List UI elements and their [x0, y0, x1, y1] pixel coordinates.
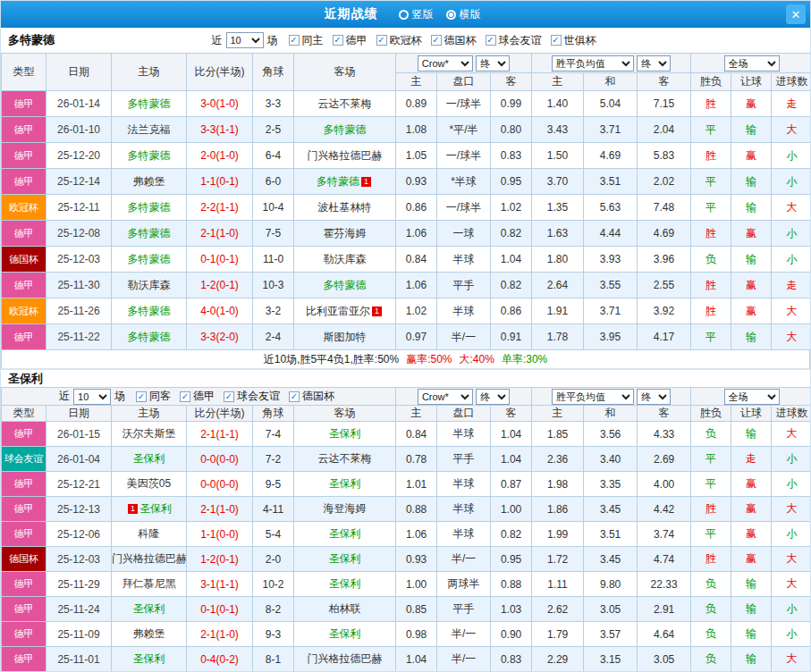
- team-link[interactable]: 云达不莱梅: [318, 452, 372, 465]
- team-link[interactable]: 多特蒙德: [128, 97, 171, 110]
- near-label: 近: [212, 33, 223, 48]
- filter-checkbox-球会友谊[interactable]: ✓球会友谊: [224, 389, 280, 404]
- filter-checkbox-同主[interactable]: ✓同主: [289, 33, 324, 48]
- filter-checkbox-德甲[interactable]: ✓德甲: [180, 389, 215, 404]
- team-link[interactable]: 圣保利: [329, 527, 361, 540]
- match-count-select-1[interactable]: 10: [226, 32, 264, 48]
- odds-time-select-1a[interactable]: 终: [476, 55, 510, 71]
- date-cell: 25-12-08: [46, 221, 112, 247]
- team-link[interactable]: 多特蒙德: [128, 253, 171, 265]
- filter-checkbox-世俱杯[interactable]: ✓世俱杯: [551, 33, 596, 48]
- eu-away-odds: 2.04: [638, 117, 691, 143]
- league-cell: 德甲: [2, 422, 46, 447]
- odds-time-select-1b[interactable]: 终: [637, 55, 671, 71]
- layout-radio-vertical[interactable]: 竖版: [399, 7, 434, 22]
- team-link[interactable]: 圣保利: [329, 552, 361, 565]
- team-link[interactable]: 弗赖堡: [133, 627, 165, 640]
- asia-away-odds: 0.82: [491, 273, 532, 298]
- team2-filters: 近 10 场 ✓同客✓德甲✓球会友谊✓德国杯: [2, 389, 395, 405]
- asia-line: *半球: [437, 169, 491, 195]
- col-eu-away-2: 客: [638, 406, 691, 422]
- team-link[interactable]: 多特蒙德: [128, 227, 171, 239]
- team-link[interactable]: 柏林联: [329, 602, 361, 615]
- team-link[interactable]: 海登海姆: [324, 502, 367, 515]
- match-row: 德甲25-12-14弗赖堡1-1(0-1)6-0多特蒙德10.93*半球0.95…: [2, 169, 811, 195]
- team-link[interactable]: 圣保利: [133, 602, 165, 615]
- bookmaker-select-2[interactable]: Crow*: [418, 389, 473, 405]
- asia-away-odds: 0.83: [491, 143, 532, 169]
- filter-checkbox-德甲[interactable]: ✓德甲: [333, 33, 367, 48]
- team-link[interactable]: 圣保利: [329, 627, 361, 640]
- team-link[interactable]: 霍芬海姆: [324, 227, 367, 239]
- eu-home-odds: 3.43: [532, 117, 584, 143]
- team-link[interactable]: 圣保利: [139, 502, 172, 515]
- league-cell: 德甲: [2, 117, 46, 143]
- eu-away-odds: 4.33: [638, 422, 691, 447]
- score-cell: 0-4(0-2): [187, 647, 253, 672]
- result-wdl: 平: [691, 472, 731, 497]
- away-team-cell: 海登海姆: [294, 497, 396, 522]
- europe-odds-select-2[interactable]: 胜平负均值: [552, 389, 634, 405]
- team2-checkbox-group: ✓同客✓德甲✓球会友谊✓德国杯: [132, 389, 338, 404]
- team-link[interactable]: 多特蒙德: [128, 149, 171, 162]
- filter-checkbox-球会友谊[interactable]: ✓球会友谊: [486, 33, 542, 48]
- team-link[interactable]: 弗赖堡: [133, 175, 165, 188]
- asia-away-odds: 1.03: [491, 597, 532, 622]
- team-link[interactable]: 勒沃库森: [324, 253, 367, 265]
- match-count-select-2[interactable]: 10: [73, 389, 111, 405]
- team-link[interactable]: 波杜基林特: [318, 201, 372, 214]
- filter-checkbox-欧冠杯[interactable]: ✓欧冠杯: [376, 33, 422, 48]
- filter-checkbox-德国杯[interactable]: ✓德国杯: [289, 389, 334, 404]
- team-link[interactable]: 科隆: [139, 527, 160, 540]
- team-link[interactable]: 法兰克福: [128, 123, 171, 136]
- team-link[interactable]: 拜仁慕尼黑: [122, 577, 176, 590]
- odds-time-select-2b[interactable]: 终: [637, 389, 671, 405]
- eu-draw-odds: 3.05: [584, 597, 638, 622]
- filter-checkbox-德国杯[interactable]: ✓德国杯: [431, 33, 477, 48]
- team-link[interactable]: 斯图加特: [324, 331, 367, 343]
- eu-home-odds: 1.72: [532, 547, 584, 572]
- bookmaker-select-1[interactable]: Crow*: [418, 55, 473, 71]
- team-link[interactable]: 多特蒙德: [128, 201, 171, 214]
- scope-select-2[interactable]: 全场: [724, 389, 780, 405]
- result-goals: 小: [772, 221, 811, 247]
- score-cell: 1-1(0-0): [187, 522, 253, 547]
- filter-checkbox-同客[interactable]: ✓同客: [136, 389, 171, 404]
- result-wdl: 负: [691, 422, 731, 447]
- result-wdl: 胜: [691, 497, 731, 522]
- close-icon[interactable]: ✕: [786, 4, 806, 24]
- team-link[interactable]: 圣保利: [133, 652, 165, 665]
- score-cell: 3-3(2-0): [187, 324, 253, 350]
- team-link[interactable]: 圣保利: [133, 452, 165, 465]
- team-link[interactable]: 沃尔夫斯堡: [122, 427, 176, 440]
- team-link[interactable]: 多特蒙德: [324, 279, 367, 291]
- league-cell: 欧冠杯: [2, 298, 46, 324]
- layout-radio-horizontal[interactable]: 横版: [446, 7, 481, 22]
- checkbox-icon: ✓: [289, 35, 300, 46]
- team-link[interactable]: 门兴格拉德巴赫: [308, 652, 383, 665]
- team-link[interactable]: 勒沃库森: [128, 279, 171, 291]
- team-link[interactable]: 多特蒙德: [128, 305, 171, 317]
- europe-odds-select-1[interactable]: 胜平负均值: [552, 55, 634, 71]
- team-link[interactable]: 门兴格拉德巴赫: [112, 552, 187, 565]
- odds-time-select-2a[interactable]: 终: [476, 389, 510, 405]
- team-link[interactable]: 门兴格拉德巴赫: [308, 149, 383, 162]
- score-cell: 2-2(1-1): [187, 195, 253, 221]
- red-card-badge: 1: [128, 504, 138, 514]
- team-link[interactable]: 多特蒙德: [324, 123, 367, 136]
- asia-line: 平手: [437, 597, 491, 622]
- team-link[interactable]: 多特蒙德: [317, 175, 359, 188]
- score-cell: 2-0(1-0): [187, 143, 253, 169]
- team-link[interactable]: 圣保利: [329, 577, 361, 590]
- corner-cell: 6-0: [253, 169, 294, 195]
- team-link[interactable]: 圣保利: [329, 477, 361, 490]
- team-link[interactable]: 多特蒙德: [128, 331, 171, 343]
- team-link[interactable]: 美因茨05: [127, 477, 171, 490]
- team-link[interactable]: 比利亚雷亚尔: [306, 305, 370, 317]
- checkbox-icon: ✓: [551, 35, 562, 46]
- team-link[interactable]: 云达不莱梅: [318, 97, 372, 110]
- team-link[interactable]: 圣保利: [329, 427, 361, 440]
- result-handicap: 输: [731, 597, 772, 622]
- scope-select-1[interactable]: 全场: [724, 55, 780, 71]
- eu-home-odds: 1.35: [532, 195, 584, 221]
